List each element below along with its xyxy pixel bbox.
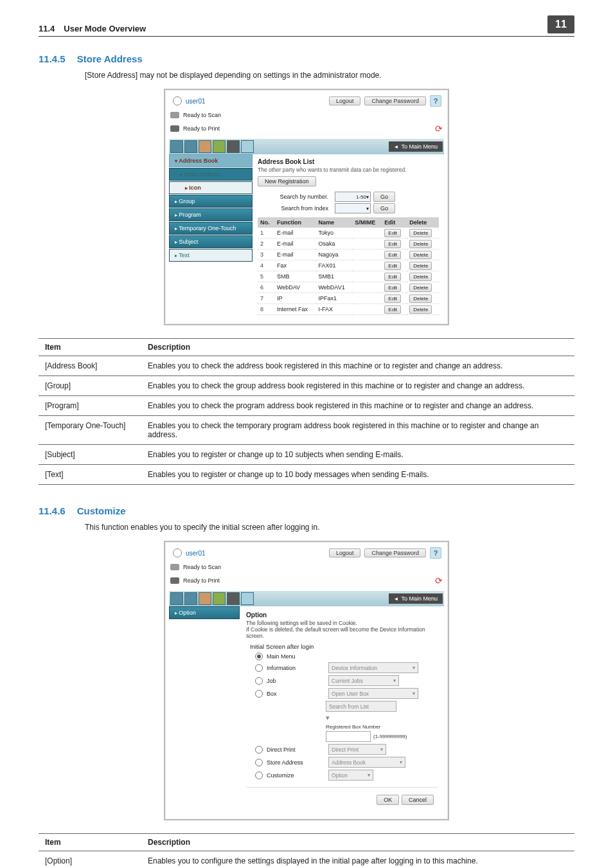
- radio-label: Job: [267, 678, 324, 684]
- radio-customize[interactable]: [255, 772, 263, 779]
- radio-job[interactable]: [255, 677, 263, 685]
- edit-button[interactable]: Edit: [384, 284, 401, 292]
- information-select[interactable]: Device Information: [328, 662, 418, 673]
- index-select[interactable]: ▾: [335, 203, 371, 213]
- logout-button[interactable]: Logout: [329, 548, 361, 557]
- edit-button[interactable]: Edit: [384, 262, 401, 270]
- cell-name: SMB1: [316, 271, 353, 282]
- edit-button[interactable]: Edit: [384, 240, 401, 248]
- section-number: 11.4: [39, 24, 55, 33]
- cell-no: 1: [258, 228, 274, 239]
- number-range-select[interactable]: 1-50 ▾: [335, 192, 371, 202]
- edit-button[interactable]: Edit: [384, 294, 401, 303]
- tab-icon[interactable]: [227, 140, 240, 153]
- to-main-menu-button[interactable]: To Main Menu: [389, 593, 443, 604]
- reload-icon[interactable]: ⟳: [434, 123, 444, 134]
- cell-function: SMB: [274, 271, 316, 282]
- tab-icon[interactable]: [241, 140, 254, 153]
- tab-icon[interactable]: [213, 592, 226, 605]
- go-button[interactable]: Go: [373, 203, 395, 213]
- delete-button[interactable]: Delete: [409, 294, 432, 303]
- delete-button[interactable]: Delete: [409, 273, 432, 281]
- col-description: Description: [141, 834, 574, 851]
- customize-select[interactable]: Option: [328, 770, 373, 781]
- sidebar-item-icon[interactable]: Icon: [169, 181, 253, 194]
- edit-button[interactable]: Edit: [384, 251, 401, 259]
- logout-button[interactable]: Logout: [329, 96, 361, 105]
- delete-button[interactable]: Delete: [409, 240, 432, 248]
- sidebar-item-option[interactable]: Option: [169, 606, 240, 619]
- cancel-button[interactable]: Cancel: [402, 795, 434, 805]
- help-icon[interactable]: ?: [430, 95, 441, 107]
- table-row: 8Internet FaxI-FAXEditDelete: [258, 304, 439, 315]
- sidebar-item-program[interactable]: Program: [169, 208, 253, 221]
- box-search-button[interactable]: Search from List: [326, 701, 396, 712]
- radio-store-address[interactable]: [255, 759, 263, 766]
- box-select[interactable]: Open User Box: [328, 688, 418, 699]
- sidebar-item-store-address[interactable]: Store Address: [169, 168, 253, 181]
- radio-main-menu[interactable]: [255, 653, 263, 660]
- initial-screen-label: Initial Screen after login: [250, 643, 438, 650]
- search-from-index-label: Search from Index: [258, 205, 328, 212]
- delete-button[interactable]: Delete: [409, 262, 432, 270]
- tab-icon[interactable]: [213, 140, 226, 153]
- cell-name: FAX01: [316, 260, 353, 271]
- col-delete: Delete: [407, 217, 439, 228]
- print-status-text: Ready to Print: [183, 577, 220, 584]
- to-main-menu-button[interactable]: To Main Menu: [389, 141, 443, 152]
- cell-function: Internet Fax: [274, 304, 316, 315]
- cell-smime: [352, 304, 382, 315]
- sidebar-item-text[interactable]: Text: [169, 249, 253, 262]
- delete-button[interactable]: Delete: [409, 284, 432, 292]
- direct-print-select[interactable]: Direct Print: [328, 744, 386, 755]
- tab-icon[interactable]: [227, 592, 240, 605]
- reload-icon[interactable]: ⟳: [434, 575, 444, 586]
- go-button[interactable]: Go: [373, 192, 395, 202]
- cell-name: Osaka: [316, 239, 353, 249]
- table-row: [Option]Enables you to configure the set…: [39, 851, 574, 869]
- sidebar-item-address-book[interactable]: Address Book: [169, 154, 253, 167]
- cell-function: WebDAV: [274, 282, 316, 293]
- table-row: [Temporary One-Touch]Enables you to chec…: [39, 416, 574, 445]
- cell-item: [Text]: [39, 465, 141, 485]
- tab-icon[interactable]: [170, 140, 183, 153]
- radio-label: Store Address: [267, 759, 324, 766]
- registered-box-number-input[interactable]: [326, 731, 371, 742]
- store-address-select[interactable]: Address Book: [328, 757, 405, 768]
- radio-information[interactable]: [255, 664, 263, 672]
- table-row: 1E-mailTokyoEditDelete: [258, 228, 439, 239]
- ok-button[interactable]: OK: [377, 795, 399, 805]
- help-icon[interactable]: ?: [430, 547, 441, 559]
- chapter-badge: 11: [547, 15, 574, 33]
- new-registration-button[interactable]: New Registration: [258, 176, 316, 186]
- tab-icon[interactable]: [184, 592, 197, 605]
- tab-icon[interactable]: [199, 140, 211, 153]
- cell-name: I-FAX: [316, 304, 353, 315]
- sidebar-item-temporary-one-touch[interactable]: Temporary One-Touch: [169, 222, 253, 235]
- edit-button[interactable]: Edit: [384, 305, 401, 314]
- tab-icon[interactable]: [184, 140, 197, 153]
- tab-icon[interactable]: [170, 592, 183, 605]
- sidebar-item-group[interactable]: Group: [169, 195, 253, 208]
- col-function: Function: [274, 217, 316, 228]
- radio-box[interactable]: [255, 690, 263, 698]
- select-value: 1-50: [356, 194, 366, 200]
- job-select[interactable]: Current Jobs: [328, 675, 399, 686]
- tab-icon[interactable]: [199, 592, 211, 605]
- col-item: Item: [39, 339, 141, 356]
- radio-direct-print[interactable]: [255, 746, 263, 754]
- tab-icon[interactable]: [241, 592, 254, 605]
- delete-button[interactable]: Delete: [409, 305, 432, 314]
- delete-button[interactable]: Delete: [409, 229, 432, 237]
- radio-label: Information: [267, 665, 324, 671]
- cell-name: Tokyo: [316, 228, 353, 239]
- delete-button[interactable]: Delete: [409, 251, 432, 259]
- sidebar-item-subject[interactable]: Subject: [169, 235, 253, 248]
- edit-button[interactable]: Edit: [384, 229, 401, 237]
- cell-no: 5: [258, 271, 274, 282]
- edit-button[interactable]: Edit: [384, 273, 401, 281]
- change-password-button[interactable]: Change Password: [364, 548, 426, 557]
- cell-smime: [352, 271, 382, 282]
- change-password-button[interactable]: Change Password: [364, 96, 426, 105]
- cell-description: Enables you to check the group address b…: [141, 376, 574, 396]
